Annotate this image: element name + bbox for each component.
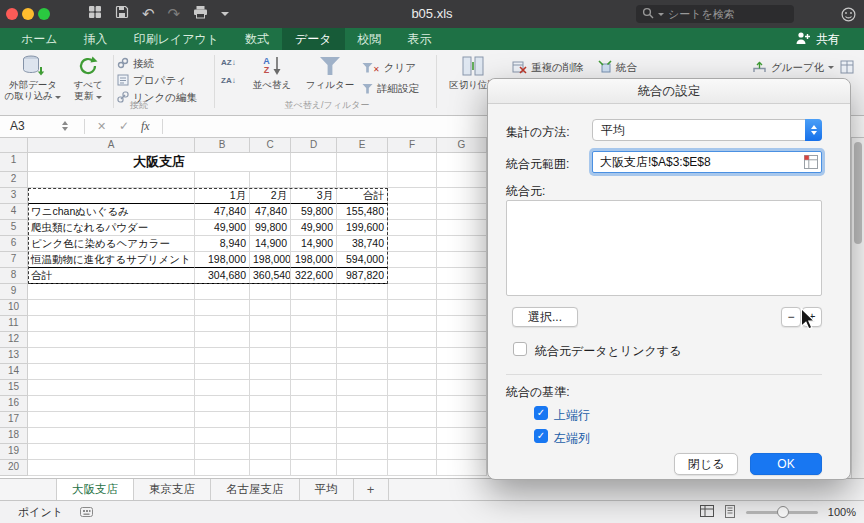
cell[interactable] bbox=[28, 284, 195, 300]
cell[interactable] bbox=[195, 172, 250, 188]
page-layout-view-icon[interactable] bbox=[724, 505, 736, 520]
reference-input[interactable] bbox=[593, 152, 806, 172]
connections-button[interactable]: 接続 bbox=[117, 56, 154, 71]
cell[interactable] bbox=[195, 284, 250, 300]
cell[interactable] bbox=[291, 153, 337, 172]
cell[interactable] bbox=[291, 300, 337, 316]
search-input[interactable]: シートを検索 bbox=[636, 5, 794, 23]
ribbon-tab[interactable]: 校閲 bbox=[345, 28, 395, 50]
cell[interactable] bbox=[337, 153, 388, 172]
consolidate-button[interactable]: 統合 bbox=[598, 60, 637, 75]
group-button[interactable]: グループ化 bbox=[752, 60, 834, 75]
cell[interactable]: 987,820 bbox=[337, 268, 388, 284]
cell[interactable] bbox=[388, 236, 437, 252]
cell[interactable] bbox=[337, 444, 388, 460]
cell[interactable] bbox=[250, 172, 291, 188]
cell[interactable]: 322,600 bbox=[291, 268, 337, 284]
cell[interactable]: 59,800 bbox=[291, 204, 337, 220]
cell[interactable]: 198,000 bbox=[250, 252, 291, 268]
cell[interactable] bbox=[437, 428, 487, 444]
cell[interactable] bbox=[28, 300, 195, 316]
cell[interactable] bbox=[250, 396, 291, 412]
sheet-tab[interactable]: 平均 bbox=[300, 479, 354, 500]
cell[interactable] bbox=[437, 300, 487, 316]
zoom-slider[interactable] bbox=[746, 511, 818, 514]
cell[interactable] bbox=[388, 460, 437, 476]
get-external-data-button[interactable]: 外部データ の取り込み bbox=[4, 53, 62, 101]
cell[interactable] bbox=[437, 204, 487, 220]
all-references-listbox[interactable] bbox=[506, 200, 822, 296]
cell[interactable] bbox=[437, 172, 487, 188]
cell[interactable] bbox=[28, 444, 195, 460]
cell[interactable] bbox=[195, 444, 250, 460]
cell[interactable] bbox=[28, 364, 195, 380]
row-header[interactable]: 4 bbox=[0, 204, 28, 220]
cell[interactable]: ワニchanぬいぐるみ bbox=[28, 204, 195, 220]
ok-button[interactable]: OK bbox=[750, 453, 822, 475]
cell[interactable] bbox=[388, 412, 437, 428]
properties-button[interactable]: プロパティ bbox=[117, 73, 187, 88]
cell[interactable] bbox=[250, 444, 291, 460]
cell[interactable] bbox=[437, 444, 487, 460]
cell[interactable] bbox=[337, 284, 388, 300]
cell[interactable] bbox=[28, 412, 195, 428]
cell[interactable]: 594,000 bbox=[337, 252, 388, 268]
function-dropdown[interactable]: 平均 bbox=[592, 119, 822, 141]
cell[interactable] bbox=[388, 220, 437, 236]
row-header[interactable]: 19 bbox=[0, 444, 28, 460]
cell[interactable] bbox=[388, 172, 437, 188]
cell[interactable] bbox=[195, 300, 250, 316]
row-header[interactable]: 13 bbox=[0, 348, 28, 364]
cell[interactable] bbox=[250, 348, 291, 364]
cell[interactable]: 合計 bbox=[28, 268, 195, 284]
cell[interactable]: 198,000 bbox=[291, 252, 337, 268]
cell[interactable] bbox=[28, 348, 195, 364]
cell[interactable] bbox=[195, 396, 250, 412]
cell[interactable] bbox=[250, 460, 291, 476]
cell[interactable] bbox=[437, 220, 487, 236]
row-header[interactable]: 2 bbox=[0, 172, 28, 188]
row-header[interactable]: 10 bbox=[0, 300, 28, 316]
column-header[interactable]: E bbox=[337, 138, 388, 153]
cell[interactable]: 47,840 bbox=[250, 204, 291, 220]
name-box[interactable]: A3 bbox=[0, 116, 84, 137]
column-header[interactable]: D bbox=[291, 138, 337, 153]
clear-filter-button[interactable]: クリア bbox=[362, 60, 416, 75]
row-header[interactable]: 7 bbox=[0, 252, 28, 268]
cell[interactable]: 14,900 bbox=[291, 236, 337, 252]
left-column-checkbox[interactable] bbox=[534, 429, 548, 443]
cell[interactable]: 49,900 bbox=[195, 220, 250, 236]
cell[interactable] bbox=[195, 428, 250, 444]
cell[interactable] bbox=[250, 380, 291, 396]
row-header[interactable]: 5 bbox=[0, 220, 28, 236]
cell[interactable] bbox=[437, 236, 487, 252]
cell[interactable] bbox=[388, 380, 437, 396]
cell[interactable] bbox=[388, 153, 437, 172]
cell[interactable] bbox=[291, 364, 337, 380]
sort-button[interactable]: AZ 並べ替え bbox=[244, 53, 300, 90]
insert-function-icon[interactable]: fx bbox=[141, 116, 150, 137]
cell[interactable] bbox=[250, 284, 291, 300]
cell[interactable] bbox=[195, 348, 250, 364]
cell[interactable] bbox=[437, 252, 487, 268]
column-header[interactable]: B bbox=[195, 138, 250, 153]
select-all-corner[interactable] bbox=[0, 138, 28, 153]
cell[interactable] bbox=[28, 396, 195, 412]
confirm-entry-icon[interactable] bbox=[119, 116, 129, 137]
cell[interactable] bbox=[337, 460, 388, 476]
cell[interactable] bbox=[437, 348, 487, 364]
row-header[interactable]: 1 bbox=[0, 153, 28, 172]
sort-ascending-icon[interactable]: AZ↓ bbox=[221, 58, 236, 67]
row-header[interactable]: 3 bbox=[0, 188, 28, 204]
sheet-tab[interactable]: 大阪支店 bbox=[56, 479, 134, 500]
cell[interactable]: 304,680 bbox=[195, 268, 250, 284]
cell[interactable] bbox=[388, 428, 437, 444]
column-header[interactable]: G bbox=[437, 138, 487, 153]
cell[interactable] bbox=[388, 316, 437, 332]
cell[interactable] bbox=[437, 380, 487, 396]
cell[interactable]: 合計 bbox=[337, 188, 388, 204]
row-header[interactable]: 20 bbox=[0, 460, 28, 476]
cell[interactable] bbox=[291, 332, 337, 348]
cell[interactable]: 8,940 bbox=[195, 236, 250, 252]
cell[interactable] bbox=[195, 316, 250, 332]
